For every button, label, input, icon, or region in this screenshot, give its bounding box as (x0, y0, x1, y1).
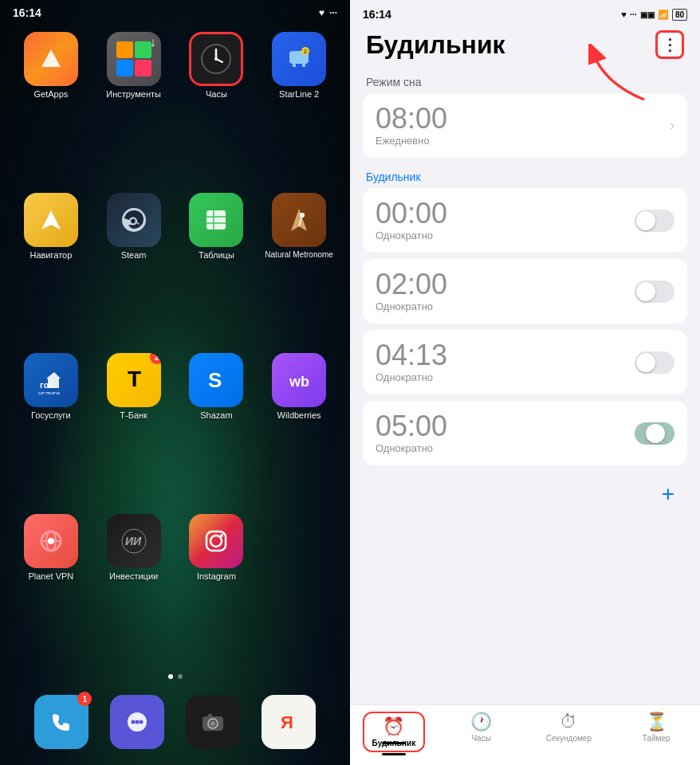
svg-text:услуги: услуги (38, 390, 60, 394)
app-icon-tbank: 2 T (107, 353, 161, 407)
alarm-0-repeat: Однократно (376, 230, 447, 241)
app-item-instagram[interactable]: Instagram (182, 514, 252, 662)
alarm-0-toggle[interactable] (635, 210, 674, 232)
dots-right: ··· (630, 10, 637, 19)
app-icon-gosuslugi: гос услуги (24, 353, 78, 407)
svg-point-4 (214, 57, 218, 61)
app-label-steam: Steam (121, 250, 147, 260)
svg-marker-18 (291, 209, 307, 231)
nav-label-clock: Часы (471, 734, 490, 743)
app-label-instagram: Instagram (197, 571, 236, 581)
nav-icon-stopwatch: ⏱ (560, 712, 577, 732)
add-icon-label: + (662, 481, 674, 507)
alarm-card-0[interactable]: 00:00 Однократно (363, 188, 687, 253)
app-label-metronome: Natural Metronome (265, 250, 333, 259)
svg-point-38 (140, 720, 144, 724)
alarm-2-content: 04:13 Однократно (376, 341, 447, 383)
nav-icon-alarm: ⏰ (383, 716, 404, 737)
app-label-tbank: Т-Банк (120, 410, 147, 420)
app-item-gosuslugi[interactable]: гос услуги Госуслуги (16, 353, 86, 501)
dock-item-yandex[interactable]: Я (262, 695, 316, 749)
app-item-planetvpn[interactable]: Planet VPN (16, 514, 86, 662)
svg-point-33 (210, 536, 222, 547)
app-icon-tables (189, 193, 243, 247)
app-icon-instagram (189, 514, 243, 568)
alarm-1-toggle[interactable] (635, 280, 674, 303)
app-icon-shazam: S (189, 353, 243, 407)
app-item-navigator[interactable]: Навигатор (16, 193, 86, 341)
svg-rect-42 (208, 714, 212, 717)
alarm-header: Будильник ⋮ (350, 24, 700, 69)
sleep-time: 08:00 (376, 104, 447, 133)
dock: 1 (0, 685, 350, 765)
app-item-tbank[interactable]: 2 T Т-Банк (99, 353, 169, 501)
app-label-gosuslugi: Госуслуги (31, 410, 71, 420)
nav-label-stopwatch: Секундомер (546, 734, 592, 743)
alarm-content: Режим сна 08:00 Ежедневно › Будильник 00… (350, 69, 700, 704)
time-left: 16:14 (13, 6, 41, 19)
add-alarm-button[interactable]: + (652, 478, 684, 510)
app-icon-navigator (24, 193, 78, 247)
sleep-card-content: 08:00 Ежедневно (376, 104, 447, 147)
page-dot-1 (168, 674, 173, 679)
app-item-shazam[interactable]: S Shazam (182, 353, 252, 501)
bottom-nav: ⏰ Будильник 🕐 Часы ⏱ Секундомер ⏳ Таймер (350, 704, 700, 765)
app-item-steam[interactable]: Steam (99, 193, 169, 341)
chevron-right-icon: › (670, 117, 674, 134)
nav-item-clock[interactable]: 🕐 Часы (438, 712, 525, 752)
svg-point-20 (300, 213, 305, 218)
svg-text:T: T (128, 367, 141, 391)
alarm-2-time: 04:13 (376, 341, 447, 370)
nav-item-timer[interactable]: ⏳ Таймер (612, 712, 700, 752)
dock-item-phone[interactable]: 1 (34, 695, 88, 749)
alarm-2-toggle[interactable] (635, 351, 674, 374)
svg-rect-7 (302, 64, 305, 67)
more-dots-icon: ⋮ (662, 37, 678, 53)
svg-marker-10 (41, 210, 61, 230)
app-item-investments[interactable]: ИИ Инвестиции (99, 514, 169, 662)
battery-icon: 80 (672, 9, 687, 21)
app-grid: GetApps ↓ Инструменты (0, 22, 350, 671)
nav-label-timer: Таймер (643, 734, 671, 743)
svg-point-37 (136, 720, 140, 724)
svg-rect-6 (293, 64, 296, 67)
app-item-wb[interactable]: wb Wildberries (264, 353, 334, 501)
dock-item-camera[interactable] (186, 695, 240, 749)
dock-item-messages[interactable] (110, 695, 164, 749)
app-item-instruments[interactable]: ↓ Инструменты (99, 32, 169, 180)
alarm-card-2[interactable]: 04:13 Однократно (363, 330, 687, 394)
app-icon-investments: ИИ (107, 514, 161, 568)
more-button[interactable]: ⋮ (655, 30, 684, 59)
alarm-3-time: 05:00 (376, 412, 447, 441)
app-item-clock[interactable]: Часы (182, 32, 252, 180)
nav-icon-timer: ⏳ (646, 712, 667, 732)
app-item-starline[interactable]: 2 StarLine 2 (264, 32, 334, 180)
alarm-card-1[interactable]: 02:00 Однократно (363, 259, 687, 324)
app-icon-steam (107, 193, 161, 247)
status-bar-left: 16:14 ♥ ··· (0, 0, 350, 22)
app-item-getapps[interactable]: GetApps (16, 32, 86, 180)
sleep-repeat: Ежедневно (376, 135, 447, 147)
alarm-card-3[interactable]: 05:00 Однократно (363, 401, 687, 465)
alarm-title: Будильник (366, 30, 505, 60)
app-label-getapps: GetApps (33, 89, 68, 99)
nav-item-stopwatch[interactable]: ⏱ Секундомер (525, 712, 613, 752)
app-label-navigator: Навигатор (29, 250, 72, 260)
app-item-metronome[interactable]: Natural Metronome (264, 193, 334, 341)
alarm-0-content: 00:00 Однократно (376, 199, 447, 241)
sleep-alarm-card[interactable]: 08:00 Ежедневно › (363, 93, 687, 158)
alarm-3-content: 05:00 Однократно (376, 412, 447, 454)
nav-item-alarm[interactable]: ⏰ Будильник (350, 712, 438, 752)
alarm-3-toggle[interactable] (635, 422, 674, 445)
home-screen: 16:14 ♥ ··· GetApps (0, 0, 350, 765)
app-icon-getapps (24, 32, 78, 86)
signal-icon: ▣▣ (640, 10, 655, 19)
app-icon-planetvpn (24, 514, 78, 568)
heart-icon-left: ♥ (319, 7, 324, 18)
alarm-0-time: 00:00 (376, 199, 447, 228)
app-item-tables[interactable]: Таблицы (182, 193, 252, 341)
alarm-3-repeat: Однократно (376, 442, 447, 454)
svg-text:Я: Я (281, 712, 293, 732)
sleep-section-label: Режим сна (363, 69, 687, 93)
status-icons-right: ♥ ··· ▣▣ 📶 80 (621, 9, 687, 21)
